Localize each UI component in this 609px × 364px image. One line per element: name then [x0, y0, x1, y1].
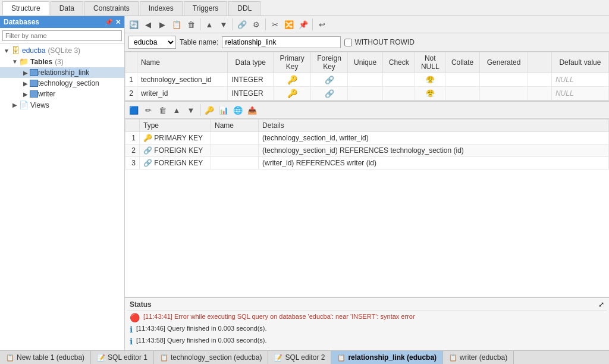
tablename-input[interactable]	[222, 36, 341, 48]
refresh-button[interactable]: 🔄	[127, 18, 140, 31]
ct-type-1: 🔑 PRIMARY KEY	[140, 132, 211, 145]
sidebar-close-icon[interactable]: ✕	[115, 18, 121, 26]
delete-constraint-button[interactable]: 🗑	[156, 103, 169, 117]
status-row-2: ℹ [11:43:58] Query finished in 0.003 sec…	[127, 335, 607, 347]
ct-header-name: Name	[211, 120, 259, 132]
ct-header-type: Type	[140, 120, 211, 132]
status-bar: Status ⤢ 🔴 [11:43:41] Error while execut…	[125, 297, 609, 350]
bottom-tab-bar: 📋 New table 1 (educba) 📝 SQL editor 1 📋 …	[0, 350, 609, 364]
table-row[interactable]: 1 🔑 PRIMARY KEY (technology_section_id, …	[125, 132, 609, 145]
move-down-button[interactable]: ▼	[184, 103, 197, 117]
pk-add-button[interactable]: 🔑	[203, 103, 216, 117]
key-icon-2: 🔑	[287, 89, 297, 98]
sql-editor-2-icon: 📝	[274, 354, 282, 362]
ct-name-2	[211, 145, 259, 157]
ct-num-1: 1	[125, 132, 140, 145]
fk-icon-ct-2: 🔗	[143, 146, 152, 155]
ct-type-2: 🔗 FOREIGN KEY	[140, 145, 211, 157]
bottom-tab-sql-editor-1[interactable]: 📝 SQL editor 1	[91, 351, 154, 364]
toolbar-separator-1	[200, 18, 200, 30]
fk-icon-ct-3: 🔗	[143, 159, 152, 167]
ct-header-details: Details	[259, 120, 609, 132]
col-notnull-2: 😤	[415, 87, 445, 101]
table-icon-technology	[30, 80, 38, 87]
undo-button[interactable]: ↩	[315, 18, 328, 31]
bottom-tab-sql-editor-1-label: SQL editor 1	[108, 353, 147, 362]
table-icon-relationship	[30, 69, 38, 76]
col-header-unique: Unique	[348, 52, 383, 73]
relationship-link-icon: 📋	[337, 354, 346, 362]
next-button[interactable]: ▶	[156, 18, 169, 31]
table-row[interactable]: 2 writer_id INTEGER 🔑 🔗 😤 NULL	[125, 87, 609, 101]
tab-constraints[interactable]: Constraints	[84, 1, 139, 15]
col-fk-2: 🔗	[310, 87, 347, 101]
fk2-button[interactable]: ⚙	[250, 18, 263, 31]
export-button[interactable]: 📤	[246, 103, 259, 117]
add-constraint-button[interactable]: 🟦	[127, 103, 140, 117]
tree-item-tables[interactable]: ▼ 📁 Tables (3)	[0, 56, 124, 67]
col-default-2: NULL	[551, 87, 608, 101]
tree-item-relationship-link[interactable]: ▶ relationship_link	[0, 67, 124, 78]
tab-structure[interactable]: Structure	[2, 1, 49, 15]
arrow-writer: ▶	[21, 91, 30, 98]
move-up-button[interactable]: ▲	[170, 103, 183, 117]
columns-table: Name Data type PrimaryKey ForeignKey Uni…	[125, 52, 609, 101]
bottom-tab-technology-section[interactable]: 📋 technology_section (educba)	[154, 351, 268, 364]
col-header-notnull: NotNULL	[415, 52, 445, 73]
col-fk-1: 🔗	[310, 73, 347, 87]
arrow-views: ▶	[11, 102, 19, 108]
tree-item-writer[interactable]: ▶ writer	[0, 89, 124, 99]
bottom-tab-writer-label: writer (educba)	[460, 353, 507, 362]
col-generated-2	[480, 87, 528, 101]
status-expand-icon[interactable]: ⤢	[598, 300, 604, 309]
toolbar-separator-3	[265, 18, 266, 30]
bottom-tab-sql-editor-2[interactable]: 📝 SQL editor 2	[268, 351, 331, 364]
table-row[interactable]: 3 🔗 FOREIGN KEY (writer_id) REFERENCES w…	[125, 157, 609, 170]
edit-constraint-button[interactable]: ✏	[142, 103, 155, 117]
tab-indexes[interactable]: Indexes	[140, 1, 183, 15]
tree-label-educba: educba	[22, 46, 45, 55]
bottom-tab-new-table[interactable]: 📋 New table 1 (educba)	[0, 351, 91, 364]
network-button[interactable]: 🌐	[231, 103, 244, 117]
tablename-label: Table name:	[180, 38, 218, 46]
tree-label-tables: Tables	[30, 58, 52, 66]
sidebar-header-icons: 📌 ✕	[105, 18, 121, 26]
tab-ddl[interactable]: DDL	[228, 1, 260, 15]
tree-item-educba[interactable]: ▼ 🗄 educba (SQLite 3)	[0, 45, 124, 56]
up-button[interactable]: ▲	[203, 18, 216, 31]
toolbar-separator-4	[312, 18, 313, 30]
prev-button[interactable]: ◀	[142, 18, 155, 31]
pk-button[interactable]: ✂	[268, 18, 281, 31]
fk1-button[interactable]: 🔗	[236, 18, 249, 31]
sidebar-title: Databases	[4, 18, 39, 26]
fk4-button[interactable]: 📌	[297, 18, 310, 31]
tree-item-views[interactable]: ▶ 📄 Views	[0, 99, 124, 111]
tree-label-technology-section: technology_section	[38, 79, 99, 87]
bottom-tab-writer[interactable]: 📋 writer (educba)	[443, 351, 514, 364]
table-row[interactable]: 1 technology_section_id INTEGER 🔑 🔗 😤 NU…	[125, 73, 609, 87]
arrow-relationship-link: ▶	[21, 70, 30, 76]
add-button[interactable]: 📋	[170, 18, 183, 31]
bottom-tab-sql-editor-2-label: SQL editor 2	[285, 353, 325, 362]
chart-button[interactable]: 📊	[217, 103, 230, 117]
col-type-1: INTEGER	[228, 73, 274, 87]
chevron-down-icon-tables: ▼	[11, 58, 19, 65]
new-table-icon: 📋	[6, 354, 14, 362]
without-rowid-checkbox[interactable]	[344, 39, 352, 46]
database-icon: 🗄	[11, 46, 20, 55]
down-button[interactable]: ▼	[217, 18, 230, 31]
bottom-tab-relationship-link[interactable]: 📋 relationship_link (educba)	[331, 351, 443, 364]
fk3-button[interactable]: 🔀	[282, 18, 296, 31]
tree-label-tables-count: (3)	[55, 58, 64, 66]
delete-button[interactable]: 🗑	[184, 18, 197, 31]
tables-folder-icon: 📁	[19, 57, 29, 66]
col-header-name: Name	[137, 52, 228, 73]
table-row[interactable]: 2 🔗 FOREIGN KEY (technology_section_id) …	[125, 145, 609, 157]
tab-data[interactable]: Data	[51, 1, 83, 15]
columns-section: Name Data type PrimaryKey ForeignKey Uni…	[125, 52, 609, 102]
tree-item-technology-section[interactable]: ▶ technology_section	[0, 78, 124, 89]
filter-input[interactable]	[2, 30, 122, 41]
sidebar-pin-icon[interactable]: 📌	[105, 18, 113, 26]
schema-select[interactable]: educba	[128, 36, 176, 49]
tab-triggers[interactable]: Triggers	[184, 1, 228, 15]
